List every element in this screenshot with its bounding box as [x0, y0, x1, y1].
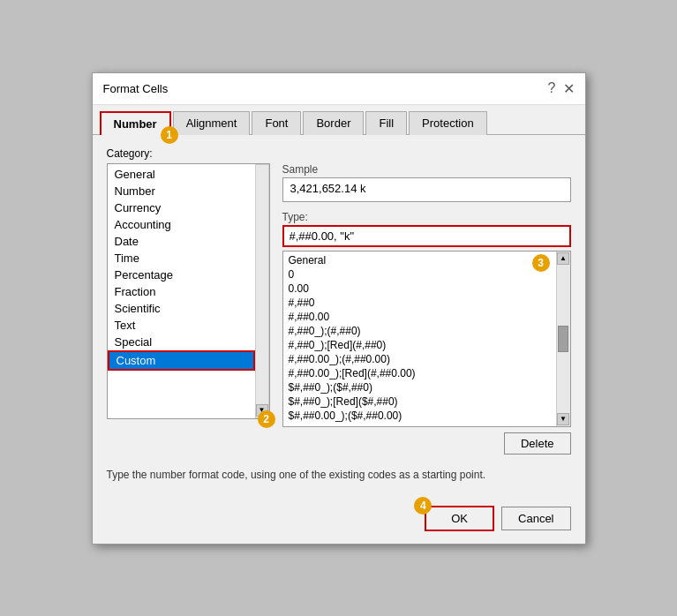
- delete-row: Delete: [282, 432, 571, 454]
- format-item-0[interactable]: 0: [283, 267, 556, 282]
- tab-font[interactable]: Font: [252, 111, 301, 135]
- badge-2: 2: [258, 410, 275, 428]
- type-label: Type:: [282, 211, 571, 223]
- type-input[interactable]: [282, 225, 571, 247]
- tab-protection[interactable]: Protection: [409, 111, 487, 135]
- format-item-hash0.00[interactable]: #,##0.00: [283, 310, 556, 324]
- category-item-general[interactable]: General: [108, 166, 255, 183]
- format-item-dollar-red[interactable]: $#,##0_);[Red]($#,##0): [283, 394, 556, 409]
- format-cells-dialog: Format Cells ? ✕ Number 1 Alignment Font…: [92, 72, 586, 545]
- format-item-hash-paren1[interactable]: #,##0_);(#,##0): [283, 324, 556, 338]
- category-list: General Number Currency Accounting Date …: [108, 164, 255, 372]
- format-item-hash0[interactable]: #,##0: [283, 296, 556, 310]
- main-row: General Number Currency Accounting Date …: [107, 163, 571, 454]
- badge-1: 1: [161, 126, 178, 144]
- dialog-footer: OK 4 Cancel: [93, 497, 585, 544]
- format-list-wrap: General 0 0.00 #,##0 #,##0.00 #,##0_);(#…: [282, 251, 571, 427]
- scroll-down-btn[interactable]: ▼: [557, 413, 569, 425]
- category-list-wrap: General Number Currency Accounting Date …: [107, 163, 270, 419]
- format-item-0.00[interactable]: 0.00: [283, 282, 556, 296]
- format-item-dollar2[interactable]: $#,##0.00_);($#,##0.00): [283, 409, 556, 423]
- category-item-fraction[interactable]: Fraction: [108, 283, 255, 300]
- category-item-percentage[interactable]: Percentage: [108, 267, 255, 283]
- title-bar-icons: ? ✕: [548, 80, 575, 97]
- tab-bar: Number 1 Alignment Font Border Fill Prot…: [93, 105, 585, 135]
- dialog-content: Category: General Number Currency Accoun…: [93, 135, 585, 497]
- cancel-button[interactable]: Cancel: [501, 507, 570, 530]
- left-panel: General Number Currency Accounting Date …: [107, 163, 270, 454]
- format-item-hash-red2[interactable]: #,##0.00_);[Red](#,##0.00): [283, 366, 556, 380]
- format-list: General 0 0.00 #,##0 #,##0.00 #,##0_);(#…: [283, 252, 556, 426]
- tab-alignment[interactable]: Alignment: [173, 111, 251, 135]
- category-item-scientific[interactable]: Scientific: [108, 300, 255, 317]
- category-item-text[interactable]: Text: [108, 317, 255, 334]
- category-list-inner: General Number Currency Accounting Date …: [108, 164, 269, 418]
- badge-3: 3: [532, 254, 550, 272]
- help-text: Type the number format code, using one o…: [107, 465, 571, 485]
- category-item-special[interactable]: Special: [108, 334, 255, 350]
- category-item-accounting[interactable]: Accounting: [108, 216, 255, 233]
- ok-button-wrap: OK 4: [425, 506, 494, 531]
- right-panel: Sample 3,421,652.14 k Type: General 0 0.…: [282, 163, 571, 454]
- format-item-hash-paren2[interactable]: #,##0.00_);(#,##0.00): [283, 352, 556, 366]
- tab-fill[interactable]: Fill: [365, 111, 407, 135]
- format-list-container: General 0 0.00 #,##0 #,##0.00 #,##0_);(#…: [282, 251, 571, 427]
- category-item-time[interactable]: Time: [108, 250, 255, 267]
- sample-label: Sample: [282, 163, 571, 176]
- badge-4: 4: [414, 497, 432, 515]
- category-item-date[interactable]: Date: [108, 233, 255, 250]
- scroll-up-btn[interactable]: ▲: [557, 252, 569, 265]
- sample-value: 3,421,652.14 k: [282, 177, 571, 202]
- format-scrollbar: ▲ ▼: [556, 252, 570, 426]
- category-item-custom[interactable]: Custom: [108, 350, 255, 371]
- close-icon[interactable]: ✕: [563, 80, 575, 97]
- scroll-thumb[interactable]: [558, 326, 568, 352]
- category-scrollbar: ▼: [255, 164, 269, 418]
- category-item-currency[interactable]: Currency: [108, 199, 255, 216]
- tab-number[interactable]: Number 1: [100, 111, 171, 135]
- title-bar: Format Cells ? ✕: [93, 73, 585, 105]
- dialog-title: Format Cells: [103, 82, 169, 95]
- help-icon[interactable]: ?: [548, 80, 556, 96]
- format-item-hash-red1[interactable]: #,##0_);[Red](#,##0): [283, 338, 556, 352]
- format-item-general[interactable]: General: [283, 253, 556, 267]
- category-label: Category:: [107, 147, 571, 160]
- tab-border[interactable]: Border: [303, 111, 364, 135]
- ok-button[interactable]: OK: [425, 506, 494, 531]
- format-item-dollar1[interactable]: $#,##0_);($#,##0): [283, 380, 556, 394]
- category-item-number[interactable]: Number: [108, 183, 255, 199]
- category-list-container: General Number Currency Accounting Date …: [107, 163, 270, 419]
- delete-button[interactable]: Delete: [504, 432, 571, 454]
